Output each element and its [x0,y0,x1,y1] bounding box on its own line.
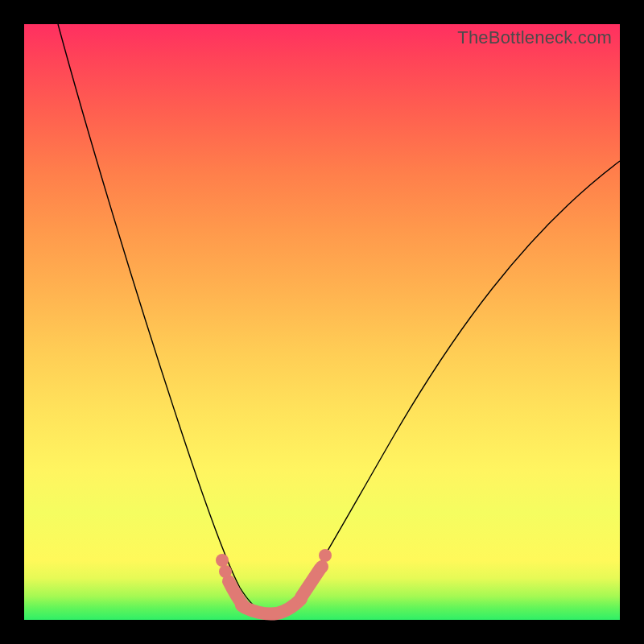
curve-svg [24,24,620,620]
highlight-trough [242,599,301,614]
watermark-text: TheBottleneck.com [457,27,612,48]
plot-area: TheBottleneck.com [24,24,620,620]
highlight-dot-right-upper [319,549,332,562]
highlight-dot-left-upper [216,554,229,567]
highlight-dot-right-lower [316,560,328,573]
bottleneck-curve-line [58,24,620,614]
highlight-right-arm [301,568,320,597]
highlight-dot-left-lower [219,565,232,578]
highlight-left-arm [229,581,243,605]
frame: TheBottleneck.com [0,0,644,644]
